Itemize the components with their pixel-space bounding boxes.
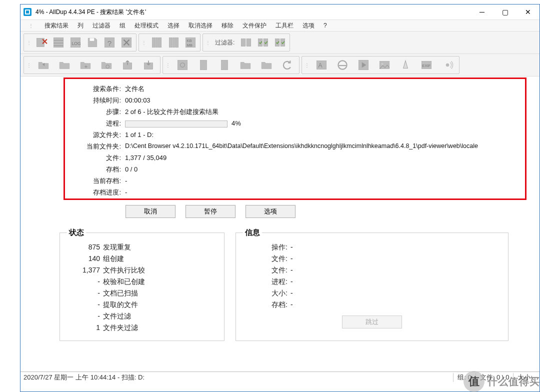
menubar: ⋮ 搜索结果 列 过滤器 组 处理模式 选择 取消选择 移除 文件保护 工具栏 … — [20, 20, 540, 32]
menu-process-mode[interactable]: 处理模式 — [130, 20, 162, 31]
label-duration: 持续时间: — [70, 94, 123, 106]
window-title: 4% - AllDup 4.4.34 PE - 搜索结果 '文件名' — [36, 8, 146, 16]
tool-delete-results[interactable] — [34, 35, 50, 50]
tool-doc-b[interactable] — [214, 58, 234, 72]
status-label: 文件过滤 — [103, 310, 131, 322]
status-count: 875 — [67, 242, 103, 253]
info-row: 文件:- — [243, 253, 501, 264]
menu-search-results[interactable]: 搜索结果 — [40, 20, 72, 31]
label-files: 文件: — [70, 152, 123, 164]
tool-export[interactable] — [118, 58, 138, 72]
tool-filter-check-a[interactable] — [255, 35, 271, 50]
toolbar-row-1: ⋮ LOG ? ⋮ KBMB ⋮ 过滤器: — [20, 32, 540, 54]
menu-group[interactable]: 组 — [116, 20, 130, 31]
options-button[interactable]: 选项 — [246, 205, 296, 218]
tool-folder-c[interactable] — [236, 58, 256, 72]
tool-folder-refresh[interactable] — [96, 58, 116, 72]
tool-folder-add[interactable]: + — [76, 58, 96, 72]
tool-close-panel[interactable] — [118, 35, 134, 50]
progress-bar — [125, 120, 228, 128]
svg-rect-15 — [152, 38, 154, 48]
menu-remove[interactable]: 移除 — [218, 20, 238, 31]
grip-icon: ⋮ — [25, 62, 33, 68]
info-label: 操作: — [243, 242, 290, 253]
tool-help[interactable]: ? — [102, 35, 118, 50]
tool-image-preview[interactable] — [374, 58, 394, 72]
value-cur-folder: D:\Cent Browser v4.2.10.171L_64bit\Data\… — [123, 140, 478, 152]
info-value: - — [290, 276, 293, 288]
tool-folder-back[interactable] — [34, 58, 54, 72]
tool-settings-gear[interactable] — [172, 58, 192, 72]
menu-file-protect[interactable]: 文件保护 — [238, 20, 270, 31]
menu-select[interactable]: 选择 — [164, 20, 184, 31]
status-label: 校验和已创建 — [103, 276, 145, 288]
tool-log[interactable]: LOG — [68, 35, 84, 50]
svg-rect-28 — [276, 38, 280, 46]
tool-save[interactable] — [84, 35, 100, 50]
watermark: 值 什么值得买 — [464, 371, 540, 392]
info-value: - — [290, 253, 293, 264]
svg-rect-9 — [90, 38, 94, 40]
maximize-button[interactable]: ▢ — [494, 4, 516, 20]
label-arch-prog: 存档进度: — [70, 186, 123, 198]
tool-size-kb-mb[interactable]: KBMB — [182, 35, 198, 50]
svg-text:MB: MB — [186, 43, 192, 48]
progress-table: 搜索条件:文件名 持续时间:00:00:03 步骤:2 of 6 - 比较文件并… — [70, 83, 530, 198]
value-files: 1,377 / 35,049 — [123, 152, 166, 164]
grip-icon: ⋮ — [204, 40, 212, 46]
info-label: 大小: — [243, 288, 290, 299]
tool-sound-icon[interactable] — [438, 58, 458, 72]
tool-list-view[interactable] — [50, 35, 66, 50]
value-step: 2 of 6 - 比较文件并创建搜索结果 — [123, 106, 218, 118]
label-cur-folder: 当前文件夹: — [70, 140, 123, 152]
svg-rect-29 — [280, 38, 285, 46]
status-row: 140组创建 — [67, 253, 217, 264]
statusbar: 2020/7/27 星期一 上午 10:44:14 - 扫描: D: 组: 0 … — [20, 372, 540, 392]
close-button[interactable]: ✕ — [516, 4, 540, 20]
tool-ie-icon[interactable] — [332, 58, 352, 72]
value-archive: 0 / 0 — [123, 164, 138, 175]
tool-columns-a[interactable] — [148, 35, 164, 50]
info-label: 文件: — [243, 253, 290, 264]
tool-folder-d[interactable] — [256, 58, 276, 72]
tool-play-icon[interactable] — [354, 58, 374, 72]
status-row: 1,377文件执行比较 — [67, 264, 217, 276]
info-label: 进程: — [243, 276, 290, 288]
skip-button[interactable]: 跳过 — [342, 316, 402, 328]
tool-undo[interactable] — [278, 58, 298, 72]
pause-button[interactable]: 暂停 — [186, 205, 236, 218]
status-row: 875发现重复 — [67, 242, 217, 253]
tool-filter-panes[interactable] — [238, 35, 254, 50]
label-archive: 存档: — [70, 164, 123, 175]
menu-toolbar[interactable]: 工具栏 — [272, 20, 298, 31]
statusbar-left: 2020/7/27 星期一 上午 10:44:14 - 扫描: D: — [24, 373, 453, 382]
menu-deselect[interactable]: 取消选择 — [184, 20, 216, 31]
svg-point-43 — [382, 63, 384, 65]
value-search-condition: 文件名 — [123, 83, 144, 94]
menu-options[interactable]: 选项 — [298, 20, 318, 31]
menu-columns[interactable]: 列 — [74, 20, 88, 31]
tool-folder-1[interactable] — [54, 58, 74, 72]
info-label: 文件: — [243, 264, 290, 276]
info-row: 大小:- — [243, 288, 501, 299]
tool-exif-icon[interactable]: EXIF — [416, 58, 436, 72]
svg-text:EXIF: EXIF — [422, 64, 430, 68]
tool-text-preview[interactable]: A — [312, 58, 332, 72]
progress-percent: 4% — [232, 120, 241, 127]
info-row: 进程:- — [243, 276, 501, 288]
filter-label: 过滤器: — [212, 38, 238, 47]
menu-help[interactable]: ? — [320, 21, 331, 30]
tool-vlc-icon[interactable] — [396, 58, 416, 72]
tool-filter-check-b[interactable] — [272, 35, 288, 50]
tool-doc-a[interactable] — [194, 58, 214, 72]
cancel-button[interactable]: 取消 — [126, 205, 176, 218]
svg-rect-27 — [264, 38, 268, 46]
svg-rect-26 — [258, 38, 263, 46]
tool-import[interactable] — [138, 58, 158, 72]
grip-icon: ⋮ — [24, 22, 38, 30]
info-row: 操作:- — [243, 242, 501, 253]
grip-icon: ⋮ — [164, 62, 172, 68]
minimize-button[interactable]: ─ — [470, 4, 494, 20]
menu-filter[interactable]: 过滤器 — [88, 20, 114, 31]
tool-columns-b[interactable] — [166, 35, 182, 50]
